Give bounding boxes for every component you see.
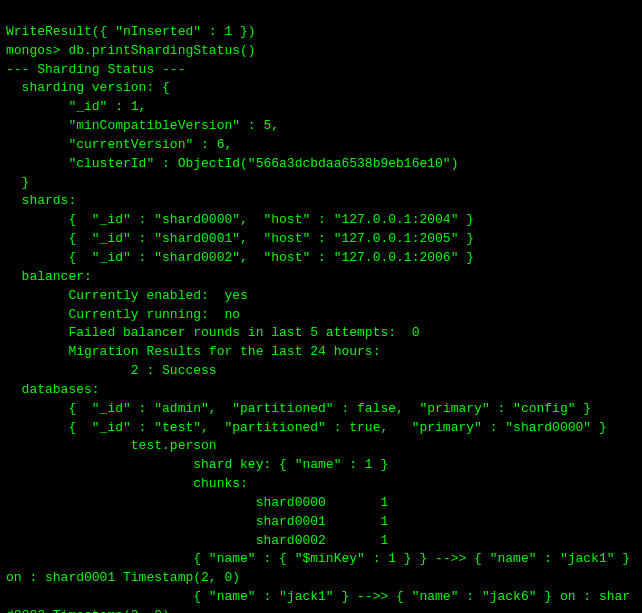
terminal-line: shard0002 1 [6,532,636,551]
terminal-line: shard key: { "name" : 1 } [6,456,636,475]
terminal-line: mongos> db.printShardingStatus() [6,42,636,61]
terminal-line: sharding version: { [6,79,636,98]
terminal-line: Currently enabled: yes [6,287,636,306]
terminal-line: Currently running: no [6,306,636,325]
terminal-line: "minCompatibleVersion" : 5, [6,117,636,136]
terminal-line: { "_id" : "admin", "partitioned" : false… [6,400,636,419]
terminal-line: { "_id" : "shard0001", "host" : "127.0.0… [6,230,636,249]
terminal-line: --- Sharding Status --- [6,61,636,80]
terminal-line: 2 : Success [6,362,636,381]
terminal-line: { "_id" : "test", "partitioned" : true, … [6,419,636,438]
terminal-line: { "name" : { "$minKey" : 1 } } -->> { "n… [6,550,636,569]
terminal-line: chunks: [6,475,636,494]
terminal-line: shard0000 1 [6,494,636,513]
terminal-line: { "name" : "jack1" } -->> { "name" : "ja… [6,588,636,607]
terminal-line: Failed balancer rounds in last 5 attempt… [6,324,636,343]
terminal-line: balancer: [6,268,636,287]
terminal-line: "currentVersion" : 6, [6,136,636,155]
terminal-line: test.person [6,437,636,456]
terminal-line: shards: [6,192,636,211]
terminal-line: databases: [6,381,636,400]
terminal-line: on : shard0001 Timestamp(2, 0) [6,569,636,588]
terminal-line: "_id" : 1, [6,98,636,117]
terminal-line: "clusterId" : ObjectId("566a3dcbdaa6538b… [6,155,636,174]
terminal-line: shard0001 1 [6,513,636,532]
terminal-line: { "_id" : "shard0000", "host" : "127.0.0… [6,211,636,230]
terminal-window: WriteResult({ "nInserted" : 1 })mongos> … [0,0,642,613]
terminal-line: } [6,174,636,193]
terminal-line: Migration Results for the last 24 hours: [6,343,636,362]
terminal-line: WriteResult({ "nInserted" : 1 }) [6,23,636,42]
terminal-line: d0002 Timestamp(3, 0) [6,607,636,613]
terminal-line: { "_id" : "shard0002", "host" : "127.0.0… [6,249,636,268]
